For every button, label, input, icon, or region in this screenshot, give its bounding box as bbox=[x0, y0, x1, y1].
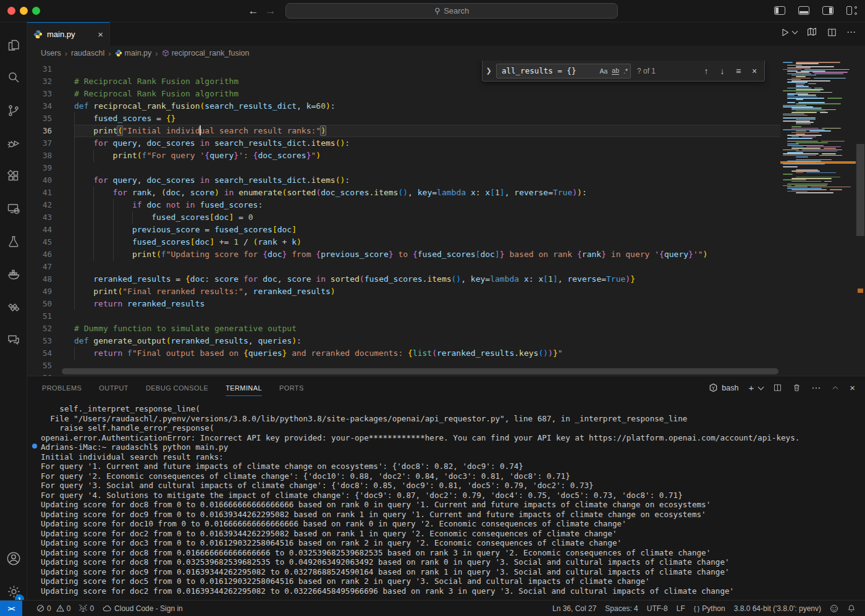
terminal-line: raise self.handle_error_response( bbox=[41, 423, 863, 433]
run-dropdown-chevron-icon[interactable] bbox=[792, 28, 798, 35]
search-icon[interactable] bbox=[0, 64, 27, 92]
panel-tab-ports[interactable]: PORTS bbox=[279, 376, 304, 399]
breadcrumb-main-py[interactable]: main.py bbox=[115, 49, 152, 57]
explorer-icon[interactable] bbox=[0, 31, 27, 59]
next-match-icon[interactable]: ↓ bbox=[716, 66, 728, 76]
panel-tab-output[interactable]: OUTPUT bbox=[99, 376, 129, 399]
new-terminal-icon[interactable]: + bbox=[748, 382, 754, 393]
terminal-line: Updating score for doc8 from 0.016666666… bbox=[41, 548, 863, 558]
problems-status[interactable]: 0 0 bbox=[32, 601, 75, 616]
run-python-file-button[interactable] bbox=[780, 27, 797, 38]
breadcrumb-raudaschl[interactable]: raudaschl bbox=[71, 49, 104, 57]
match-case-icon[interactable]: Aa bbox=[599, 67, 607, 75]
testing-icon[interactable] bbox=[0, 227, 27, 256]
indentation-status[interactable]: Spaces: 4 bbox=[601, 604, 642, 613]
code-line-33[interactable]: 33# Reciprocal Rank Fusion algorithm bbox=[27, 88, 780, 100]
toggle-secondary-sidebar-icon[interactable] bbox=[822, 6, 833, 15]
code-line-44[interactable]: 44previous_score = fused_scores[doc] bbox=[27, 224, 780, 236]
previous-match-icon[interactable]: ↑ bbox=[700, 66, 712, 76]
command-center-search[interactable]: ⚲ Search bbox=[285, 3, 618, 19]
code-line-42[interactable]: 42if doc not in fused_scores: bbox=[27, 199, 780, 211]
split-terminal-icon[interactable] bbox=[773, 383, 782, 392]
find-query[interactable]: all_results = {} bbox=[502, 66, 595, 75]
code-line-34[interactable]: 34def reciprocal_rank_fusion(search_resu… bbox=[27, 100, 780, 112]
remote-indicator[interactable]: >< bbox=[0, 601, 22, 616]
close-find-widget-icon[interactable]: × bbox=[748, 66, 761, 76]
source-control-icon[interactable] bbox=[0, 96, 27, 125]
split-editor-icon[interactable] bbox=[827, 27, 837, 38]
code-line-43[interactable]: 43fused_scores[doc] = 0 bbox=[27, 211, 780, 224]
customize-layout-icon[interactable] bbox=[846, 6, 858, 15]
regex-icon[interactable]: .* bbox=[623, 67, 628, 75]
find-input[interactable]: all_results = {} Aa ab .* bbox=[496, 64, 631, 78]
feedback-smiley-icon[interactable] bbox=[825, 604, 843, 613]
code-line-53[interactable]: 53def generate_output(reranked_results, … bbox=[27, 335, 780, 347]
account-icon[interactable] bbox=[0, 544, 27, 573]
editor-horizontal-scrollbar[interactable] bbox=[62, 368, 778, 374]
notifications-bell-icon[interactable] bbox=[843, 604, 860, 613]
toggle-panel-icon[interactable] bbox=[798, 6, 809, 15]
command-decoration-dot[interactable] bbox=[32, 444, 37, 449]
code-line-54[interactable]: 54return f"Final output based on {querie… bbox=[27, 347, 780, 360]
terminal-output[interactable]: self._interpret_response_line( File "/Us… bbox=[27, 399, 865, 600]
zoom-window-button[interactable] bbox=[32, 7, 40, 15]
kill-terminal-trash-icon[interactable] bbox=[792, 383, 801, 392]
eol-status[interactable]: LF bbox=[672, 604, 690, 613]
minimap[interactable] bbox=[780, 61, 856, 376]
breadcrumb-symbol-reciprocal-rank-fusion[interactable]: reciprocal_rank_fusion bbox=[162, 49, 250, 57]
code-line-48[interactable]: 48reranked_results = {doc: score for doc… bbox=[27, 273, 780, 285]
toggle-replace-chevron-icon[interactable]: ❯ bbox=[485, 67, 492, 75]
code-line-52[interactable]: 52# Dummy function to simulate generativ… bbox=[27, 323, 780, 335]
code-line-36[interactable]: 36print("Initial individual search resul… bbox=[27, 125, 780, 137]
code-text: print(f"Updating score for {doc} from {p… bbox=[74, 248, 780, 261]
code-line-51[interactable]: 51 bbox=[27, 310, 780, 323]
overview-ruler[interactable] bbox=[856, 61, 865, 376]
code-line-47[interactable]: 47 bbox=[27, 261, 780, 273]
close-tab-icon[interactable]: × bbox=[98, 29, 103, 40]
panel-tab-terminal[interactable]: TERMINAL bbox=[226, 376, 262, 399]
extensions-icon[interactable] bbox=[0, 162, 27, 190]
back-arrow-icon[interactable]: ← bbox=[246, 4, 261, 19]
editor-scrollbar-slider[interactable] bbox=[856, 144, 864, 236]
remote-explorer-icon[interactable] bbox=[0, 195, 27, 223]
panel-tab-problems[interactable]: PROBLEMS bbox=[42, 376, 82, 399]
breadcrumb-users[interactable]: Users bbox=[41, 49, 61, 57]
line-number: 32 bbox=[27, 75, 62, 88]
tab-main-py[interactable]: main.py × bbox=[27, 22, 110, 46]
docker-icon[interactable] bbox=[0, 260, 27, 289]
azure-diamonds-icon[interactable] bbox=[0, 293, 27, 321]
code-line-39[interactable]: 39 bbox=[27, 162, 780, 174]
whole-word-icon[interactable]: ab bbox=[612, 67, 619, 75]
editor[interactable]: 3132# Reciprocal Rank Fusion algorithm33… bbox=[27, 61, 865, 376]
python-interpreter-status[interactable]: 3.8.0 64-bit ('3.8.0': pyenv) bbox=[730, 604, 825, 613]
maximize-panel-chevron-icon[interactable] bbox=[831, 384, 840, 392]
panel-tab-debug-console[interactable]: DEBUG CONSOLE bbox=[146, 376, 208, 399]
find-in-selection-icon[interactable]: ≡ bbox=[732, 66, 745, 76]
terminal-shell-selector[interactable]: bash bbox=[709, 383, 738, 392]
comments-icon[interactable] bbox=[0, 326, 27, 354]
code-line-46[interactable]: 46print(f"Updating score for {doc} from … bbox=[27, 248, 780, 261]
ports-status[interactable]: 0 bbox=[75, 601, 98, 616]
run-and-debug-icon[interactable] bbox=[0, 129, 27, 158]
close-window-button[interactable] bbox=[7, 7, 15, 15]
panel-more-actions-icon[interactable]: ⋯ bbox=[811, 382, 821, 394]
forward-arrow-icon[interactable]: → bbox=[263, 4, 278, 19]
cloud-code-signin[interactable]: Cloud Code - Sign in bbox=[98, 601, 187, 616]
close-panel-icon[interactable]: × bbox=[850, 382, 855, 393]
code-line-38[interactable]: 38print(f"For query '{query}': {doc_scor… bbox=[27, 150, 780, 162]
code-line-41[interactable]: 41for rank, (doc, score) in enumerate(so… bbox=[27, 187, 780, 199]
code-line-50[interactable]: 50return reranked_results bbox=[27, 298, 780, 310]
code-line-37[interactable]: 37for query, doc_scores in search_result… bbox=[27, 137, 780, 150]
encoding-status[interactable]: UTF-8 bbox=[643, 604, 672, 613]
minimize-window-button[interactable] bbox=[20, 7, 28, 15]
toggle-sidebar-icon[interactable] bbox=[774, 6, 785, 15]
terminal-dropdown-chevron-icon[interactable] bbox=[758, 384, 764, 390]
cursor-position-status[interactable]: Ln 36, Col 27 bbox=[548, 604, 601, 613]
code-line-40[interactable]: 40for query, doc_scores in search_result… bbox=[27, 174, 780, 187]
more-actions-icon[interactable]: ⋯ bbox=[846, 27, 856, 38]
language-mode-status[interactable]: { } Python bbox=[690, 604, 730, 613]
code-line-35[interactable]: 35fused_scores = {} bbox=[27, 112, 780, 125]
minimap-toggle-icon[interactable] bbox=[806, 27, 817, 38]
code-line-45[interactable]: 45fused_scores[doc] += 1 / (rank + k) bbox=[27, 236, 780, 248]
code-line-49[interactable]: 49print("Final reranked results:", reran… bbox=[27, 285, 780, 298]
